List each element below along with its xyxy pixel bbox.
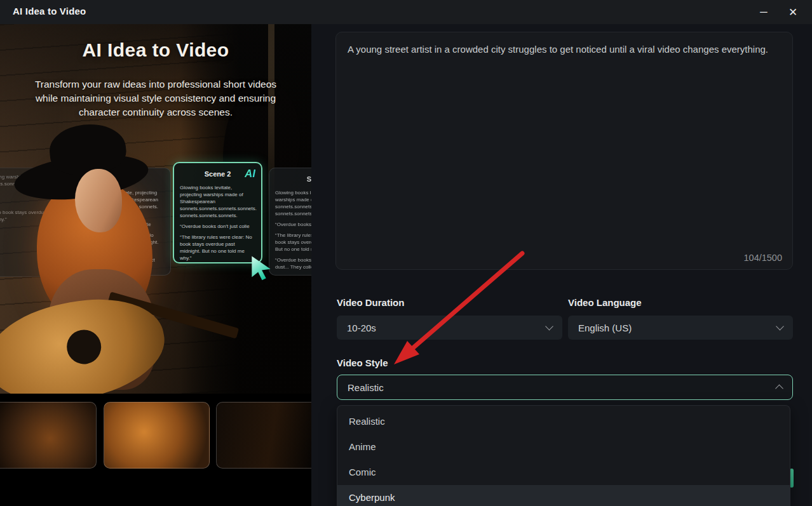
woman-figure-art xyxy=(0,119,197,394)
video-language-label: Video Language xyxy=(568,297,642,308)
scene-text: “The library rules were clear: No book s… xyxy=(180,234,255,262)
scene-text: “Overdue books don't just collect dust..… xyxy=(275,256,311,270)
hero-subtitle: Transform your raw ideas into profession… xyxy=(25,77,287,119)
ai-badge: AI xyxy=(245,166,255,181)
face-art xyxy=(75,169,122,232)
scene-text: Glowing books levitate, projecting warsh… xyxy=(180,184,255,219)
dropdown-option-cyberpunk[interactable]: Cyberpunk xyxy=(337,485,790,506)
preview-thumbnail-2[interactable] xyxy=(104,402,210,469)
video-style-dropdown: Realistic Anime Comic Cyberpunk xyxy=(337,405,790,506)
preview-thumbnail-3[interactable] xyxy=(216,402,311,469)
video-style-label: Video Style xyxy=(337,357,388,368)
scene-card-3[interactable]: Scene Glowing books levitate, projecting… xyxy=(269,168,311,276)
scene-text: “Overdue books don't just colle xyxy=(180,223,255,230)
char-count: 104/1500 xyxy=(744,253,782,263)
chevron-up-icon xyxy=(775,385,783,393)
scene-text: Glowing books levitate, projecting warsh… xyxy=(275,189,311,217)
close-button[interactable]: ✕ xyxy=(779,0,807,24)
prompt-text: A young street artist in a crowded city … xyxy=(348,43,781,56)
guitar-soundhole-art xyxy=(64,327,104,367)
video-duration-value: 10-20s xyxy=(347,323,376,333)
scene-text: “Overdue books don't just colle xyxy=(275,221,311,228)
cursor-arrow-icon xyxy=(247,253,275,281)
window-title: AI Idea to Video xyxy=(13,6,86,17)
video-language-value: English (US) xyxy=(578,323,632,333)
minimize-icon: ─ xyxy=(760,6,767,18)
dropdown-option-comic[interactable]: Comic xyxy=(337,460,790,485)
hero-title: AI Idea to Video xyxy=(0,39,311,61)
video-style-select[interactable]: Realistic xyxy=(337,375,793,400)
prompt-textarea[interactable]: A young street artist in a crowded city … xyxy=(335,32,793,270)
preview-thumbnail-1[interactable] xyxy=(0,402,97,469)
close-icon: ✕ xyxy=(788,6,797,19)
video-language-select[interactable]: English (US) xyxy=(568,316,793,340)
chevron-down-icon xyxy=(776,323,784,331)
scene-card-2-selected[interactable]: AI Scene 2 Glowing books levitate, proje… xyxy=(173,162,262,263)
dropdown-option-realistic[interactable]: Realistic xyxy=(337,409,790,434)
video-style-value: Realistic xyxy=(348,382,384,393)
scene-card-title: Scene xyxy=(275,175,311,184)
video-duration-select[interactable]: 10-20s xyxy=(337,316,562,340)
video-duration-label: Video Duration xyxy=(337,297,404,308)
hero-photo: Glowing books levitate, projecting warsh… xyxy=(0,24,311,394)
hero-panel: Glowing books levitate, projecting warsh… xyxy=(0,24,311,506)
titlebar: AI Idea to Video ─ ✕ xyxy=(0,0,812,24)
chevron-down-icon xyxy=(545,323,553,331)
app-window: AI Idea to Video ─ ✕ Glowing books levit… xyxy=(0,0,812,506)
form-panel: A young street artist in a crowded city … xyxy=(311,24,812,506)
hero-text-block: AI Idea to Video Transform your raw idea… xyxy=(0,39,311,119)
dropdown-option-anime[interactable]: Anime xyxy=(337,434,790,460)
scene-text: “The library rules were clear: No book s… xyxy=(275,232,311,253)
minimize-button[interactable]: ─ xyxy=(750,0,778,24)
